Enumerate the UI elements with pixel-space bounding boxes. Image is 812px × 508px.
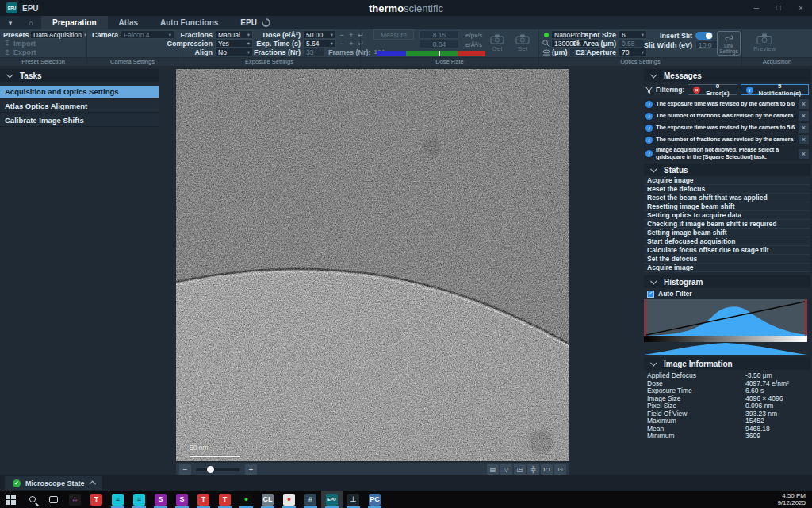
menu-caret-icon[interactable]: ▾	[0, 16, 21, 29]
fit-to-screen-icon[interactable]: ⊡	[554, 464, 566, 475]
taskbar-tia-app-1[interactable]: ≡	[107, 491, 128, 508]
status-ok-icon: ✓	[13, 479, 21, 487]
link-settings-button[interactable]: Link Settings	[717, 31, 741, 56]
defocus-label: (μm)	[552, 48, 568, 56]
zoom-in-button[interactable]: +	[245, 464, 257, 475]
close-button[interactable]: ×	[790, 0, 812, 16]
notifications-filter-button[interactable]: i 5 Notification(s)	[741, 84, 809, 95]
pan-move-icon[interactable]: ╬	[527, 464, 539, 475]
exp-time-dropdown[interactable]: 5.64▾	[303, 39, 336, 48]
spot-size-dropdown[interactable]: 6▾	[619, 30, 647, 39]
taskbar-sphere-app[interactable]: ●	[236, 491, 257, 508]
filter-icon[interactable]: ▽	[500, 464, 512, 475]
home-icon[interactable]: ⌂	[21, 16, 41, 29]
dose-increment-button[interactable]: +	[347, 31, 355, 39]
microscope-state-button[interactable]: ✓ Microscope State	[5, 476, 102, 490]
import-button[interactable]: Import	[13, 40, 36, 48]
errors-filter-button[interactable]: × 0 Error(s)	[688, 84, 737, 95]
taskbar-microscope-app[interactable]: ⊥	[343, 491, 364, 508]
app-icon: ≡	[112, 494, 124, 506]
exp-time-increment-button[interactable]: +	[347, 40, 355, 48]
histogram-panel-header[interactable]: Histogram	[644, 275, 810, 288]
task-item-calibrate-image-shifts[interactable]: Calibrate Image Shifts	[0, 114, 159, 127]
dismiss-message-button[interactable]: ×	[799, 123, 809, 133]
zoom-slider[interactable]	[196, 468, 240, 471]
dose-rate-section-label: Dose Rate	[361, 58, 539, 66]
dose-rate-px-input[interactable]: 8.15	[419, 30, 459, 39]
export-button[interactable]: Export	[13, 48, 36, 56]
taskbar-start-button[interactable]	[0, 491, 21, 508]
zoom-slider-knob[interactable]	[207, 466, 214, 473]
dismiss-message-button[interactable]: ×	[799, 135, 809, 144]
taskbar-tia-app-2[interactable]: ≡	[128, 491, 150, 508]
info-row-pixel-size: Pixel Size0.096 nm	[647, 402, 810, 410]
compression-dropdown[interactable]: Yes▾	[215, 39, 253, 48]
zoom-out-button[interactable]: −	[179, 464, 191, 475]
dismiss-message-button[interactable]: ×	[799, 149, 809, 159]
tasks-panel: Tasks Acquisition and Optics Settings At…	[0, 69, 159, 127]
taskbar-computer-app[interactable]: PC	[364, 491, 385, 508]
messages-panel-header[interactable]: Messages	[644, 69, 810, 82]
taskbar-tem-red-app[interactable]: T	[86, 491, 107, 508]
micrograph-view[interactable]: 50 nm	[176, 69, 569, 461]
status-line: Calculate focus offset due to stage tilt	[644, 246, 810, 255]
preview-button[interactable]: Preview	[753, 33, 776, 52]
maximize-button[interactable]: □	[768, 0, 790, 16]
error-icon: ×	[693, 87, 700, 94]
slit-width-input[interactable]: 10.0	[695, 40, 719, 49]
dose-rate-a2-input[interactable]: 8.84	[419, 40, 459, 48]
presets-dropdown[interactable]: Data Acquisition▾	[30, 30, 84, 39]
get-button[interactable]: Get	[490, 34, 504, 52]
auto-filter-checkbox[interactable]: ✓	[647, 291, 654, 298]
app-icon: EPU	[326, 494, 338, 506]
task-item-atlas-optics-alignment[interactable]: Atlas Optics Alignment	[0, 100, 159, 113]
status-line: Setting image beam shift	[644, 229, 810, 237]
measure-button[interactable]: Measure	[373, 29, 414, 40]
status-line: Set the defocus	[644, 255, 810, 264]
dose-dropdown[interactable]: 50.00▾	[303, 30, 336, 39]
camera-dropdown[interactable]: Falcon 4▾	[121, 30, 174, 39]
minimize-button[interactable]: ─	[745, 0, 768, 16]
taskbar-config-app[interactable]: #	[300, 491, 321, 508]
tasks-panel-header[interactable]: Tasks	[0, 69, 159, 82]
dismiss-message-button[interactable]: ×	[799, 99, 809, 109]
fractions-nr-input[interactable]: 33	[303, 48, 325, 56]
status-panel-header[interactable]: Status	[644, 164, 810, 176]
taskbar-tem-user-app[interactable]: T	[193, 491, 214, 508]
task-item-acquisition-and-optics-settings[interactable]: Acquisition and Optics Settings	[0, 86, 159, 98]
taskbar-clock[interactable]: 4:50 PM 9/12/2025	[777, 492, 806, 506]
taskbar-dome-app[interactable]: ●	[278, 491, 300, 508]
taskbar-velox-app-2[interactable]: S	[171, 491, 193, 508]
compression-label: Compression	[167, 40, 213, 48]
chevron-down-icon: ▾	[328, 32, 333, 38]
taskbar-cl-app[interactable]: CL	[257, 491, 278, 508]
histogram-widget[interactable]	[644, 299, 810, 355]
fractions-mode-dropdown[interactable]: Manual▾	[215, 30, 253, 39]
tab-preparation[interactable]: Preparation	[41, 16, 108, 29]
dismiss-message-button[interactable]: ×	[799, 111, 809, 121]
image-information-panel-header[interactable]: Image Information	[644, 357, 810, 370]
taskbar-velox-app-1[interactable]: S	[150, 491, 171, 508]
expand-view-icon[interactable]: ◳	[514, 464, 526, 475]
camera-settings-section-label: Camera Settings	[87, 58, 178, 66]
taskbar-epu-icon[interactable]: EPU	[321, 491, 343, 508]
align-dropdown[interactable]: No▾	[215, 48, 253, 56]
main-workspace: Tasks Acquisition and Optics Settings At…	[0, 66, 812, 475]
taskbar-molecule-app[interactable]: ∴	[64, 491, 86, 508]
thermo-scientific-logo: thermoscientific	[0, 2, 812, 14]
busy-spinner-icon	[260, 17, 272, 29]
link-icon	[724, 33, 734, 43]
dose-decrement-button[interactable]: −	[338, 31, 346, 39]
tab-atlas[interactable]: Atlas	[108, 16, 149, 29]
tab-auto-functions[interactable]: Auto Functions	[149, 16, 229, 29]
taskbar-tem-server-app[interactable]: T	[214, 491, 236, 508]
taskbar-task-view-button[interactable]	[43, 491, 64, 508]
page-overview-icon[interactable]: ▤	[487, 464, 499, 475]
set-button[interactable]: Set	[515, 34, 530, 52]
taskbar-search-button[interactable]	[21, 491, 43, 508]
insert-slit-toggle[interactable]	[695, 32, 713, 40]
one-to-one-zoom-button[interactable]: 1:1	[541, 464, 553, 475]
app-icon: CL	[262, 494, 274, 506]
messages-filter-row: Filtering: × 0 Error(s) i 5 Notification…	[644, 82, 810, 98]
exp-time-decrement-button[interactable]: −	[338, 40, 346, 48]
